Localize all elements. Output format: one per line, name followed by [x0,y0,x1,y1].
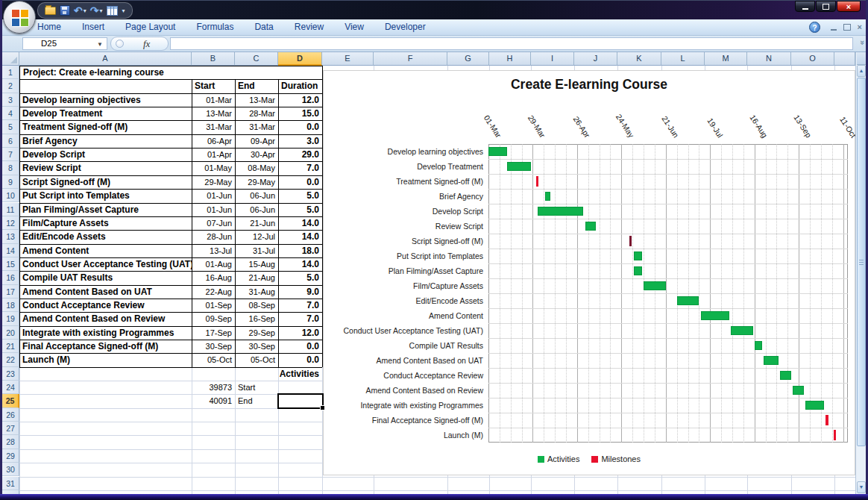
cell-A15[interactable]: Conduct User Acceptance Testing (UAT) [19,257,192,271]
cell-C7[interactable]: 30-Apr [235,148,278,161]
cell-B8[interactable]: 01-May [192,161,235,175]
cell-B21[interactable]: 30-Sep [192,340,235,353]
cell-C25[interactable]: End [235,394,278,407]
cell-D4[interactable]: 15.0 [278,107,322,120]
row-header-30[interactable]: 30 [2,463,19,476]
row-header-4[interactable]: 4 [2,107,19,120]
cell-C19[interactable]: 16-Sep [235,312,278,325]
cell-A19[interactable]: Amend Content Based on Review [19,312,192,325]
cell-D19[interactable]: 7.0 [278,312,322,325]
row-header-9[interactable]: 9 [2,175,19,189]
cell-C13[interactable]: 12-Jul [235,230,278,243]
tab-insert[interactable]: Insert [72,19,115,36]
chart-legend[interactable]: ActivitiesMilestones [324,454,855,463]
cell-A8[interactable]: Review Script [19,161,192,175]
scroll-down-button[interactable]: ▼ [857,481,866,493]
scroll-up-button[interactable]: ▲ [857,65,866,77]
cell-D15[interactable]: 14.0 [278,257,322,271]
row-header-24[interactable]: 24 [2,381,19,394]
cell-A9[interactable]: Script Signed-off (M) [19,175,192,189]
gantt-bar-milestone[interactable] [834,430,837,440]
row-header-22[interactable]: 22 [2,353,19,366]
row-header-6[interactable]: 6 [2,134,19,148]
cell-A5[interactable]: Treatment Signed-off (M) [19,120,192,134]
column-header-J[interactable]: J [574,52,617,66]
name-box[interactable]: D25 [22,37,107,50]
cell-A11[interactable]: Plan Filming/Asset Capture [19,203,192,216]
formula-input[interactable] [170,37,853,50]
cell-B18[interactable]: 01-Sep [192,299,235,312]
row-header-11[interactable]: 11 [2,203,19,216]
legend-item-milestones[interactable]: Milestones [591,454,641,463]
gantt-bar-activity[interactable] [793,386,804,395]
column-header-I[interactable]: I [531,52,574,66]
cell-A21[interactable]: Final Acceptance Signed-off (M) [19,340,192,353]
row-header-19[interactable]: 19 [2,312,19,325]
gantt-bar-activity[interactable] [731,326,753,335]
row-header-12[interactable]: 12 [2,216,19,230]
selected-cell-D25[interactable] [277,393,324,409]
gantt-bar-activity[interactable] [634,251,642,260]
row-header-3[interactable]: 3 [2,93,19,107]
cell-A6[interactable]: Brief Agency [19,134,192,148]
row-header-5[interactable]: 5 [2,120,19,134]
row-header-21[interactable]: 21 [2,340,19,353]
gantt-bar-milestone[interactable] [825,415,828,425]
cell-D2[interactable]: Duration [278,79,322,93]
cell-D10[interactable]: 5.0 [278,189,322,202]
cell-C17[interactable]: 31-Aug [235,285,278,299]
cell-D18[interactable]: 7.0 [278,299,322,312]
gantt-chart[interactable]: Create E-learning Course01-Mar29-Mar26-A… [323,70,855,475]
cell-D20[interactable]: 12.0 [278,326,322,340]
gantt-bar-activity[interactable] [507,162,531,171]
cell-C20[interactable]: 29-Sep [235,326,278,340]
cell-B22[interactable]: 05-Oct [192,353,235,366]
tab-view[interactable]: View [334,19,374,36]
column-header-K[interactable]: K [617,52,661,66]
column-header-G[interactable]: G [447,52,489,66]
gantt-bar-activity[interactable] [780,371,791,380]
legend-item-activities[interactable]: Activities [538,454,579,463]
gantt-bar-activity[interactable] [644,281,666,290]
gantt-bar-activity[interactable] [764,356,778,365]
cell-B19[interactable]: 09-Sep [192,312,235,325]
cell-B14[interactable]: 13-Jul [192,244,235,257]
column-header-stub[interactable] [834,52,855,66]
gantt-bar-activity[interactable] [755,341,763,350]
cell-A17[interactable]: Amend Content Based on UAT [19,285,192,299]
tab-data[interactable]: Data [244,19,283,36]
cell-D21[interactable]: 0.0 [278,340,322,353]
scrollbar-thumb[interactable] [857,78,866,446]
cell-A3[interactable]: Develop learning objectives [19,93,192,107]
cell-C12[interactable]: 21-Jun [235,216,278,230]
cell-D11[interactable]: 5.0 [278,203,322,216]
gantt-bar-activity[interactable] [488,147,507,156]
cell-B6[interactable]: 06-Apr [192,134,235,148]
cell-C11[interactable]: 06-Jun [235,203,278,216]
row-header-20[interactable]: 20 [2,326,19,340]
cell-D3[interactable]: 12.0 [278,93,322,107]
cell-D16[interactable]: 5.0 [278,271,322,284]
cell-A20[interactable]: Integrate with existing Programmes [19,326,192,340]
cell-B13[interactable]: 28-Jun [192,230,235,243]
cell-D12[interactable]: 14.0 [278,216,322,230]
cell-C24[interactable]: Start [235,381,278,394]
cell-C8[interactable]: 08-May [235,161,278,175]
name-box-dropdown-icon[interactable]: ▼ [97,41,103,48]
gantt-bar-activity[interactable] [634,266,642,275]
column-header-H[interactable]: H [489,52,531,66]
cell-D23[interactable]: Activities [278,367,322,381]
column-header-O[interactable]: O [791,52,834,66]
cell-C2[interactable]: End [235,79,278,93]
column-header-B[interactable]: B [192,52,235,66]
cell-D7[interactable]: 29.0 [278,148,322,161]
cell-D5[interactable]: 0.0 [278,120,322,134]
row-header-23[interactable]: 23 [2,367,19,381]
cell-C22[interactable]: 05-Oct [235,353,278,366]
row-header-18[interactable]: 18 [2,299,19,312]
row-header-25[interactable]: 25 [2,394,19,407]
row-header-14[interactable]: 14 [2,244,19,257]
row-header-27[interactable]: 27 [2,422,19,435]
cell-B16[interactable]: 16-Aug [192,271,235,284]
row-header-2[interactable]: 2 [2,79,19,93]
